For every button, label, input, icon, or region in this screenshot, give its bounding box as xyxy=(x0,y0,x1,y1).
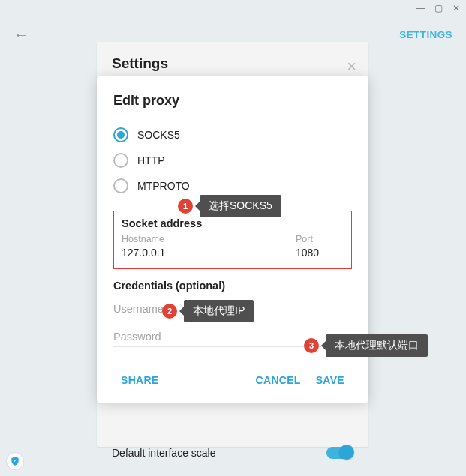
radio-label: SOCKS5 xyxy=(137,129,180,141)
dialog-title: Edit proxy xyxy=(113,93,352,109)
annotation-badge-1: 1 xyxy=(178,199,193,214)
window-minimize[interactable]: — xyxy=(415,3,425,13)
dialog-footer: SHARE CANCEL SAVE xyxy=(113,368,352,392)
settings-link[interactable]: SETTINGS xyxy=(399,29,452,40)
shield-icon[interactable] xyxy=(6,452,24,470)
row-label: Default interface scale xyxy=(112,447,326,459)
window-maximize[interactable]: ▢ xyxy=(433,3,443,13)
interface-scale-row: Default interface scale xyxy=(97,447,368,459)
share-button[interactable]: SHARE xyxy=(113,368,167,392)
annotation-badge-2: 2 xyxy=(162,304,177,319)
radio-icon xyxy=(113,178,128,193)
port-input[interactable] xyxy=(296,247,344,259)
radio-icon xyxy=(113,153,128,168)
annotation-tip-3: 本地代理默认端口 xyxy=(326,334,428,357)
radio-label: HTTP xyxy=(137,154,165,166)
hostname-field[interactable]: Hostname xyxy=(122,234,281,259)
interface-scale-toggle[interactable] xyxy=(326,447,353,459)
annotation-tip-1: 选择SOCKS5 xyxy=(200,195,281,217)
section-title: Socket address xyxy=(122,217,344,229)
port-field[interactable]: Port xyxy=(296,234,344,259)
window-title-bar: — ▢ ✕ xyxy=(0,0,466,16)
hostname-input[interactable] xyxy=(122,247,281,259)
radio-socks5[interactable]: SOCKS5 xyxy=(113,122,352,148)
close-icon[interactable]: × xyxy=(347,57,356,76)
window-close[interactable]: ✕ xyxy=(451,3,461,13)
socket-address-section: Socket address Hostname Port xyxy=(113,211,352,269)
section-title: Credentials (optional) xyxy=(113,280,352,292)
cancel-button[interactable]: CANCEL xyxy=(248,368,308,392)
proxy-type-radio-group: SOCKS5 HTTP MTPROTO xyxy=(113,122,352,199)
field-label: Port xyxy=(296,234,344,244)
annotation-tip-2: 本地代理IP xyxy=(184,300,254,322)
back-arrow-icon[interactable]: ← xyxy=(14,26,29,43)
radio-icon xyxy=(113,127,128,142)
settings-title: Settings xyxy=(112,55,353,72)
field-label: Hostname xyxy=(122,234,281,244)
save-button[interactable]: SAVE xyxy=(308,368,352,392)
radio-label: MTPROTO xyxy=(137,180,190,192)
radio-http[interactable]: HTTP xyxy=(113,148,352,173)
annotation-badge-3: 3 xyxy=(304,338,319,353)
